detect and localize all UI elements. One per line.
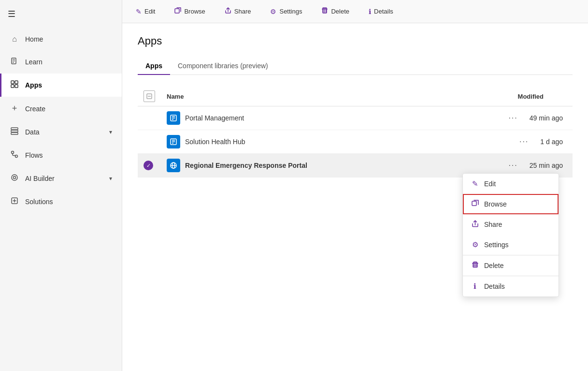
sidebar-item-learn[interactable]: Learn: [0, 50, 122, 74]
sidebar-item-home[interactable]: ⌂ Home: [0, 28, 122, 50]
ctx-share[interactable]: Share: [463, 214, 559, 235]
edit-button[interactable]: ✎ Edit: [132, 6, 159, 17]
sidebar-item-label: Create: [25, 105, 45, 113]
apps-icon: [10, 80, 19, 90]
svg-rect-4: [11, 81, 14, 84]
row-options-button[interactable]: ···: [504, 113, 521, 123]
learn-icon: [10, 57, 19, 67]
sidebar-item-label: Data: [25, 128, 40, 136]
row-modified: ··· 49 min ago: [438, 106, 573, 130]
ctx-settings-icon: ⚙: [471, 240, 479, 249]
row-name: Solution Health Hub: [161, 130, 438, 154]
ctx-edit[interactable]: ✎ Edit: [463, 174, 559, 194]
row-options-button[interactable]: ···: [516, 136, 532, 147]
data-icon: [10, 127, 19, 137]
solutions-icon: [10, 197, 19, 207]
row-modified: ··· 1 d ago: [438, 130, 573, 154]
context-menu: ✎ Edit Browse Share ⚙ Settings: [462, 173, 559, 297]
ctx-details-icon: ℹ: [471, 282, 479, 291]
row-options-button[interactable]: ···: [504, 160, 521, 171]
app-icon: [167, 111, 180, 125]
svg-rect-9: [11, 130, 18, 132]
col-select-header: [138, 87, 161, 106]
settings-icon: ⚙: [270, 8, 276, 15]
ctx-details[interactable]: ℹ Details: [463, 276, 559, 297]
ai-builder-chevron-icon: ▾: [109, 175, 112, 182]
share-button[interactable]: Share: [221, 5, 255, 17]
app-icon: [167, 135, 180, 148]
settings-button[interactable]: ⚙ Settings: [266, 6, 306, 17]
ctx-settings[interactable]: ⚙ Settings: [463, 235, 559, 255]
flows-icon: [10, 150, 19, 160]
col-name-header: Name: [161, 87, 438, 106]
sidebar-item-ai-builder[interactable]: AI Builder ▾: [0, 167, 122, 190]
svg-rect-16: [175, 9, 179, 13]
ai-builder-icon: [10, 174, 19, 183]
sidebar-item-label: Home: [25, 35, 43, 43]
details-button[interactable]: ℹ Details: [365, 6, 397, 17]
sidebar-header: ☰: [0, 0, 122, 28]
select-all-checkbox[interactable]: [143, 90, 155, 102]
row-selected-indicator: ✓: [143, 161, 153, 170]
row-name: Regional Emergency Response Portal: [161, 154, 438, 178]
tab-apps[interactable]: Apps: [138, 57, 170, 74]
edit-icon: ✎: [136, 8, 142, 15]
page-title: Apps: [138, 35, 573, 47]
browse-icon: [174, 7, 181, 15]
ctx-browse[interactable]: Browse: [463, 194, 559, 214]
sidebar-item-data[interactable]: Data ▾: [0, 120, 122, 144]
browse-button[interactable]: Browse: [171, 5, 209, 17]
ctx-browse-icon: [471, 200, 479, 208]
col-modified-header: Modified: [438, 87, 573, 106]
row-select[interactable]: [138, 106, 161, 130]
table-row[interactable]: Solution Health Hub ··· 1 d ago: [138, 130, 573, 154]
sidebar-item-label: AI Builder: [25, 175, 55, 182]
ctx-delete[interactable]: Delete: [463, 255, 559, 276]
sidebar-item-label: Flows: [25, 151, 43, 159]
tabs: Apps Component libraries (preview): [138, 57, 573, 75]
tab-component-libraries[interactable]: Component libraries (preview): [170, 57, 276, 74]
svg-rect-10: [11, 133, 18, 134]
sidebar-item-solutions[interactable]: Solutions: [0, 190, 122, 213]
svg-point-14: [14, 177, 16, 179]
sidebar-item-create[interactable]: + Create: [0, 97, 122, 120]
ctx-share-icon: [471, 220, 479, 229]
row-name: Portal Management: [161, 106, 438, 130]
ctx-delete-icon: [471, 261, 479, 270]
apps-table: Name Modified Portal Management: [138, 87, 573, 178]
create-icon: +: [10, 104, 19, 114]
hamburger-icon[interactable]: ☰: [8, 9, 15, 19]
sidebar-item-label: Solutions: [25, 198, 53, 206]
svg-point-13: [12, 175, 17, 180]
sidebar-item-label: Learn: [25, 58, 43, 66]
ctx-edit-icon: ✎: [471, 179, 479, 188]
svg-rect-32: [472, 201, 476, 206]
svg-rect-6: [11, 85, 14, 88]
data-chevron-icon: ▾: [109, 129, 112, 135]
page-content: Apps Apps Component libraries (preview): [122, 23, 588, 371]
toolbar: ✎ Edit Browse Share ⚙ Settings Delete ℹ: [122, 0, 588, 23]
svg-rect-7: [15, 85, 18, 88]
delete-button[interactable]: Delete: [317, 5, 353, 17]
row-select[interactable]: ✓: [138, 154, 161, 178]
sidebar-item-label: Apps: [25, 81, 42, 89]
main-content: ✎ Edit Browse Share ⚙ Settings Delete ℹ: [122, 0, 588, 371]
svg-rect-8: [11, 128, 18, 130]
home-icon: ⌂: [10, 35, 19, 44]
table-row[interactable]: Portal Management ··· 49 min ago: [138, 106, 573, 130]
delete-icon: [321, 7, 328, 15]
sidebar-item-flows[interactable]: Flows: [0, 144, 122, 167]
app-icon: [167, 159, 180, 172]
sidebar: ☰ ⌂ Home Learn Apps + Create Data ▾ Flow…: [0, 0, 122, 371]
sidebar-item-apps[interactable]: Apps: [0, 74, 122, 97]
share-icon: [225, 7, 231, 15]
row-select[interactable]: [138, 130, 161, 154]
details-icon: ℹ: [369, 8, 371, 15]
svg-rect-5: [15, 81, 18, 84]
